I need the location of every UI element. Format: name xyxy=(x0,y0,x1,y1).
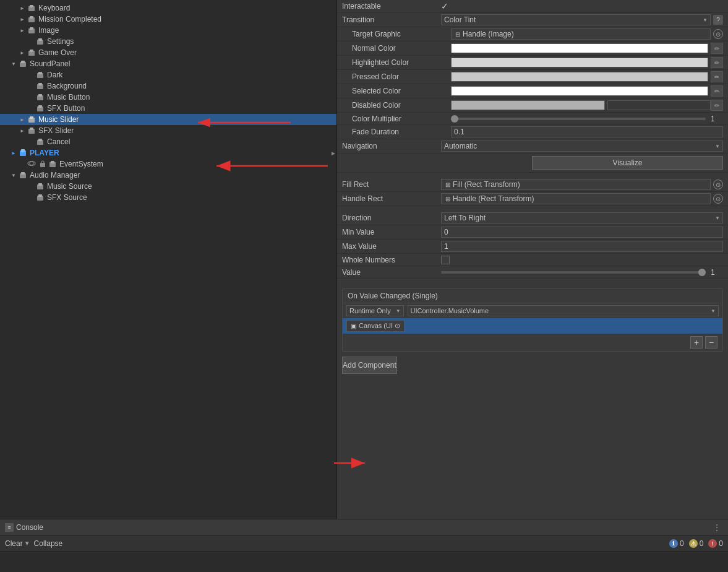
console-tab[interactable]: ≡ Console xyxy=(5,523,43,532)
tree-item-music-source[interactable]: Music Source xyxy=(0,181,336,192)
tree-item-mission-completed[interactable]: Mission Completed xyxy=(0,14,336,25)
help-button[interactable]: ? xyxy=(713,15,723,25)
target-graphic-field[interactable]: ⊟ Handle (Image) xyxy=(451,28,711,40)
row-pressed-color: Pressed Color ✏ xyxy=(337,70,728,84)
svg-rect-15 xyxy=(38,83,42,85)
target-graphic-label: Target Graphic xyxy=(352,30,451,38)
inspector-panel: Interactable ✓ Transition Color Tint ▼ ?… xyxy=(337,0,728,519)
visualize-button[interactable]: Visualize xyxy=(532,156,723,170)
row-value: Value 1 xyxy=(337,266,728,279)
color-multiplier-value: 1 xyxy=(451,115,723,123)
info-count: 0 xyxy=(680,539,684,548)
svg-rect-25 xyxy=(38,139,42,141)
max-value-container xyxy=(441,241,723,252)
row-transition: Transition Color Tint ▼ ? xyxy=(337,13,728,27)
transition-dropdown-label: Color Tint xyxy=(444,15,476,24)
item-label-keyboard: Keyboard xyxy=(38,4,70,12)
tree-item-event-system[interactable]: EventSystem xyxy=(0,158,336,170)
navigation-dropdown-label: Automatic xyxy=(444,142,477,150)
tree-item-cancel[interactable]: Cancel xyxy=(0,136,336,147)
color-multiplier-label: Color Multiplier xyxy=(352,115,451,123)
pressed-color-eyedropper[interactable]: ✏ xyxy=(711,71,723,82)
clear-dropdown-arrow[interactable]: ▼ xyxy=(24,540,30,547)
navigation-dropdown[interactable]: Automatic ▼ xyxy=(441,141,723,152)
runtime-only-dropdown[interactable]: Runtime Only ▼ xyxy=(346,305,404,316)
tree-item-music-slider[interactable]: Music Slider xyxy=(0,114,336,125)
item-label-dark: Dark xyxy=(47,71,62,79)
handle-rect-picker[interactable] xyxy=(713,194,723,204)
function-label: UIController.MusicVolume xyxy=(411,307,489,314)
arrow-sfx-slider xyxy=(19,127,26,134)
canvas-field[interactable]: ▣ Canvas (UI ⊙ xyxy=(346,320,405,332)
value-slider: 1 xyxy=(441,268,723,277)
row-visualize: Visualize xyxy=(337,154,728,173)
console-panel: ≡ Console ⋮ Clear ▼ Collapse ℹ 0 ⚠ 0 ! 0 xyxy=(0,519,728,572)
fill-rect-field[interactable]: ⊞ Fill (Rect Transform) xyxy=(441,179,711,190)
console-controls: Clear ▼ Collapse ℹ 0 ⚠ 0 ! 0 xyxy=(0,535,728,552)
svg-rect-11 xyxy=(21,61,25,63)
direction-dropdown[interactable]: Left To Right ▼ xyxy=(441,212,723,223)
tree-item-sound-panel[interactable]: SoundPanel xyxy=(0,58,336,69)
badge-warn-icon: ⚠ xyxy=(689,539,698,548)
target-graphic-picker[interactable] xyxy=(713,29,723,39)
on-value-footer: + − xyxy=(343,334,722,351)
tree-item-settings[interactable]: Settings xyxy=(0,36,336,47)
min-value-input[interactable] xyxy=(441,227,723,238)
cube-icon-music-slider xyxy=(27,115,36,124)
highlighted-color-label: Highlighted Color xyxy=(352,58,451,67)
tree-item-sfx-source[interactable]: SFX Source xyxy=(0,192,336,203)
console-three-dots[interactable]: ⋮ xyxy=(711,521,723,534)
item-label-player: PLAYER xyxy=(30,149,59,157)
fade-duration-input[interactable] xyxy=(451,126,723,137)
badge-info-icon: ℹ xyxy=(669,539,678,548)
on-value-changed-header: On Value Changed (Single) xyxy=(343,289,722,303)
tree-item-music-button[interactable]: Music Button xyxy=(0,92,336,103)
normal-color-swatch[interactable] xyxy=(451,43,708,53)
color-multiplier-thumb[interactable] xyxy=(451,115,458,123)
target-graphic-value-container: ⊟ Handle (Image) xyxy=(451,28,723,40)
cube-icon-game-over xyxy=(27,48,36,57)
row-direction: Direction Left To Right ▼ xyxy=(337,211,728,225)
tree-item-background[interactable]: Background xyxy=(0,80,336,92)
value-track[interactable] xyxy=(441,271,706,274)
color-multiplier-track[interactable] xyxy=(451,118,706,120)
whole-numbers-checkbox[interactable] xyxy=(441,256,450,264)
disabled-color-eyedropper[interactable]: ✏ xyxy=(711,100,723,111)
clear-button[interactable]: Clear ▼ xyxy=(5,539,30,548)
tree-item-sfx-button[interactable]: SFX Button xyxy=(0,103,336,114)
selected-color-swatch[interactable] xyxy=(451,86,708,96)
add-component-button[interactable]: Add Component xyxy=(342,357,397,374)
tree-item-dark[interactable]: Dark xyxy=(0,69,336,80)
value-thumb[interactable] xyxy=(698,269,706,276)
item-label-settings: Settings xyxy=(47,37,74,46)
tree-item-player[interactable]: PLAYER ► xyxy=(0,147,336,158)
highlighted-color-swatch[interactable] xyxy=(451,58,708,67)
selected-color-eyedropper[interactable]: ✏ xyxy=(711,85,723,97)
pressed-color-swatch[interactable] xyxy=(451,72,708,82)
item-label-game-over: Game Over xyxy=(38,48,77,57)
direction-dropdown-arrow: ▼ xyxy=(715,215,720,221)
minus-button[interactable]: − xyxy=(705,336,717,349)
tree-item-audio-manager[interactable]: Audio Manager xyxy=(0,170,336,181)
handle-rect-field[interactable]: ⊞ Handle (Rect Transform) xyxy=(441,193,711,204)
tree-item-image[interactable]: Image xyxy=(0,25,336,36)
transition-dropdown[interactable]: Color Tint ▼ xyxy=(441,14,711,25)
item-label-music-slider: Music Slider xyxy=(38,115,79,124)
plus-button[interactable]: + xyxy=(690,336,703,349)
function-dropdown[interactable]: UIController.MusicVolume ▼ xyxy=(408,305,719,316)
tree-item-game-over[interactable]: Game Over xyxy=(0,47,336,58)
max-value-input[interactable] xyxy=(441,241,723,252)
tree-item-sfx-slider[interactable]: SFX Slider xyxy=(0,125,336,136)
on-value-runtime-row: Runtime Only ▼ UIController.MusicVolume … xyxy=(343,303,722,318)
row-handle-rect: Handle Rect ⊞ Handle (Rect Transform) xyxy=(337,192,728,206)
fill-rect-picker[interactable] xyxy=(713,180,723,189)
on-value-canvas-row[interactable]: ▣ Canvas (UI ⊙ xyxy=(343,318,722,334)
runtime-dropdown-arrow: ▼ xyxy=(396,308,401,314)
fade-duration-label: Fade Duration xyxy=(352,128,451,136)
tree-item-keyboard[interactable]: Keyboard xyxy=(0,2,336,14)
collapse-button[interactable]: Collapse xyxy=(34,539,63,548)
highlighted-color-eyedropper[interactable]: ✏ xyxy=(711,57,723,68)
disabled-color-swatch[interactable] xyxy=(451,100,605,110)
svg-rect-5 xyxy=(30,27,33,30)
normal-color-eyedropper[interactable]: ✏ xyxy=(711,43,723,54)
